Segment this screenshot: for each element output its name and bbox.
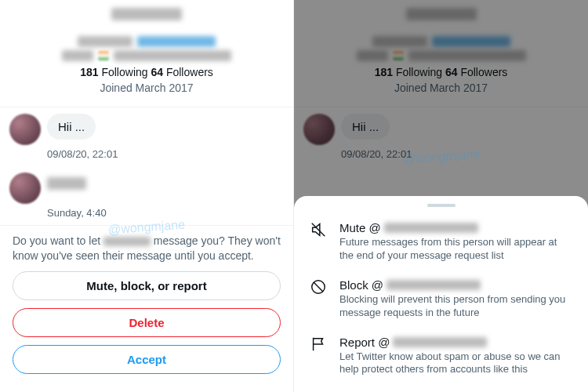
followers-count: 64 bbox=[151, 66, 163, 78]
message-row: Hii ... bbox=[0, 107, 293, 145]
accept-button[interactable]: Accept bbox=[13, 345, 281, 374]
svg-line-2 bbox=[314, 282, 323, 292]
prompt-pre: Do you want to let bbox=[13, 234, 103, 247]
request-prompt: Do you want to let message you? They won… bbox=[0, 225, 293, 374]
following-count: 181 bbox=[80, 66, 98, 78]
mute-option[interactable]: Mute @ Future messages from this person … bbox=[294, 213, 588, 270]
followers-label: Followers bbox=[166, 66, 213, 78]
mute-icon bbox=[310, 221, 327, 238]
block-icon bbox=[310, 278, 327, 296]
mute-title: Mute @ bbox=[339, 221, 381, 234]
report-option[interactable]: Report @ Let Twitter know about spam or … bbox=[294, 328, 588, 385]
report-subtitle: Let Twitter know about spam or abuse so … bbox=[339, 350, 572, 377]
following-label: Following bbox=[101, 66, 147, 78]
avatar bbox=[9, 172, 41, 204]
profile-summary: 181 Following 64 Followers Joined March … bbox=[0, 0, 293, 102]
follow-stats: 181 Following 64 Followers bbox=[13, 66, 281, 78]
message-timestamp: Sunday, 4:40 bbox=[0, 204, 293, 225]
mute-subtitle: Future messages from this person will ap… bbox=[339, 236, 572, 263]
mute-block-report-button[interactable]: Mute, block, or report bbox=[13, 271, 281, 300]
prompt-post-b: know you've seen their message until you… bbox=[13, 249, 254, 262]
message-timestamp: 09/08/20, 22:01 bbox=[0, 145, 293, 166]
block-subtitle: Blocking will prevent this person from s… bbox=[339, 293, 572, 320]
message-request-pane: 181 Following 64 Followers Joined March … bbox=[0, 0, 294, 392]
action-sheet: Mute @ Future messages from this person … bbox=[294, 196, 588, 392]
sheet-handle[interactable] bbox=[427, 204, 456, 207]
action-sheet-pane: 181 Following 64 Followers Joined March … bbox=[294, 0, 588, 392]
prompt-text: Do you want to let message you? They won… bbox=[13, 234, 281, 263]
joined-date: Joined March 2017 bbox=[13, 82, 281, 94]
message-row bbox=[0, 166, 293, 204]
delete-button[interactable]: Delete bbox=[13, 308, 281, 337]
block-option[interactable]: Block @ Blocking will prevent this perso… bbox=[294, 270, 588, 328]
report-title: Report @ bbox=[339, 336, 390, 349]
block-title: Block @ bbox=[339, 278, 383, 292]
message-bubble: Hii ... bbox=[47, 114, 96, 140]
flag-icon bbox=[310, 336, 327, 353]
prompt-post-a: message you? They won't bbox=[151, 234, 281, 247]
avatar bbox=[9, 114, 41, 145]
